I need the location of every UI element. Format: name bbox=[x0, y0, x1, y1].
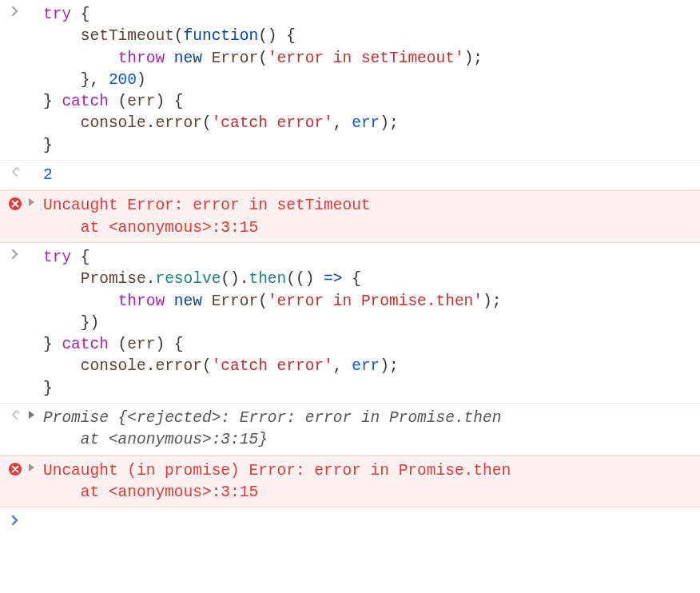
error-icon bbox=[3, 460, 27, 476]
console-prompt-row[interactable] bbox=[0, 507, 700, 531]
expand-triangle-icon[interactable] bbox=[27, 460, 43, 472]
input-chevron-icon bbox=[3, 3, 27, 17]
console-output-content[interactable]: Promise {<rejected>: Error: error in Pro… bbox=[43, 407, 695, 452]
output-chevron-icon bbox=[3, 407, 27, 420]
console-input-content[interactable]: try { setTimeout(function() { throw new … bbox=[43, 3, 695, 157]
console-input-row: try { setTimeout(function() { throw new … bbox=[0, 0, 700, 161]
console-error-row: Uncaught (in promise) Error: error in Pr… bbox=[0, 456, 700, 508]
prompt-chevron-icon bbox=[3, 512, 27, 526]
expand-triangle-icon[interactable] bbox=[27, 194, 43, 207]
console-input-row: try { Promise.resolve().then(() => { thr… bbox=[0, 243, 700, 404]
console-output-row: Promise {<rejected>: Error: error in Pro… bbox=[0, 404, 700, 456]
console-error-row: Uncaught Error: error in setTimeout at <… bbox=[0, 190, 700, 243]
error-icon bbox=[3, 194, 27, 211]
expand-spacer bbox=[27, 164, 43, 167]
expand-spacer bbox=[27, 3, 43, 6]
console-input-content[interactable]: try { Promise.resolve().then(() => { thr… bbox=[43, 246, 695, 400]
svg-point-2 bbox=[18, 412, 20, 414]
input-chevron-icon bbox=[3, 246, 27, 260]
output-chevron-icon bbox=[3, 164, 27, 177]
svg-point-0 bbox=[18, 169, 20, 171]
console-error-content[interactable]: Uncaught (in promise) Error: error in Pr… bbox=[43, 460, 695, 504]
console-input-field[interactable] bbox=[27, 512, 695, 526]
console-output-row: 2 bbox=[0, 161, 700, 190]
expand-spacer bbox=[27, 246, 43, 249]
console-error-content[interactable]: Uncaught Error: error in setTimeout at <… bbox=[43, 194, 695, 239]
console-output-content[interactable]: 2 bbox=[43, 164, 695, 186]
expand-triangle-icon[interactable] bbox=[27, 407, 43, 420]
